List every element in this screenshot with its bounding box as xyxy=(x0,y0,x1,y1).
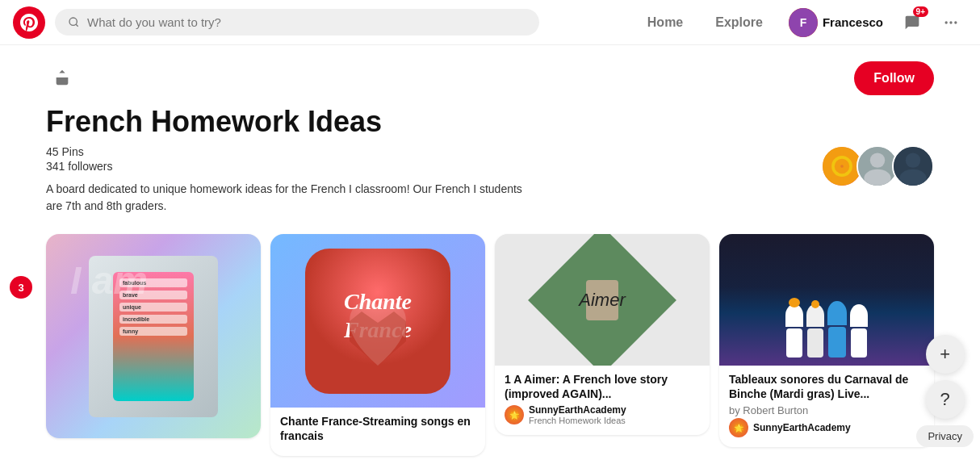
pin-card[interactable]: Chante France Chante France-Streaming so… xyxy=(270,234,485,456)
add-button[interactable]: + xyxy=(926,335,965,374)
pinterest-logo[interactable]: Pinterest xyxy=(13,6,45,39)
follow-button[interactable]: Follow xyxy=(854,61,934,95)
user-name: Francesco xyxy=(823,15,883,29)
pin-info: Tableaux sonores du Carnaval de Binche (… xyxy=(719,366,934,447)
right-panel: + ? Privacy xyxy=(910,322,980,460)
pins-section: fabulous brave unique incredible funny I xyxy=(46,228,934,456)
header: Pinterest Home Explore F Francesco 9+ xyxy=(0,0,980,45)
followers-avatars xyxy=(821,145,934,187)
pin-image: Chante France xyxy=(270,234,485,408)
pins-count: 45 Pins xyxy=(46,145,530,158)
pin-source-info: SunnyEarthAcademy French Homework Ideas xyxy=(529,404,626,425)
nav-links: Home Explore F Francesco 9+ xyxy=(634,5,967,40)
svg-point-21 xyxy=(906,153,920,167)
carnival-figure-2 xyxy=(806,304,824,358)
nav-user[interactable]: F Francesco xyxy=(782,5,890,40)
followers-count: 341 followers xyxy=(46,160,530,173)
pins-grid: fabulous brave unique incredible funny I xyxy=(46,234,934,456)
pin-info: 1 A Aimer: A French love story (improved… xyxy=(495,366,710,435)
more-options-button[interactable] xyxy=(935,6,967,39)
board-meta-section: 45 Pins 341 followers A board dedicated … xyxy=(46,145,530,215)
pin-title: 1 A Aimer: A French love story (improved… xyxy=(505,372,700,401)
follower-avatar-3[interactable] xyxy=(892,145,934,187)
search-icon xyxy=(68,16,81,29)
board-description: A board dedicated to unique homework ide… xyxy=(46,181,530,215)
board-actions: Follow xyxy=(46,61,934,95)
carnival-figure-4 xyxy=(850,304,868,358)
carnival-scene xyxy=(719,234,934,366)
pin-column-3: Aimer 1 A Aimer: A French love story (im… xyxy=(495,234,710,435)
pin-image xyxy=(719,234,934,366)
pin-title: Tableaux sonores du Carnaval de Binche (… xyxy=(729,372,924,401)
board-meta: 45 Pins 341 followers xyxy=(46,145,530,174)
avatar[interactable]: F xyxy=(789,8,818,37)
svg-text:F: F xyxy=(800,16,807,29)
share-button[interactable] xyxy=(46,61,78,94)
pin-column-2: Chante France Chante France-Streaming so… xyxy=(270,234,485,456)
pin-card[interactable]: Tableaux sonores du Carnaval de Binche (… xyxy=(719,234,934,447)
svg-point-16 xyxy=(840,165,844,168)
pin-card[interactable]: fabulous brave unique incredible funny I xyxy=(46,234,261,438)
svg-point-18 xyxy=(870,153,885,167)
carnival-figure-3 xyxy=(827,301,847,358)
pin-image: fabulous brave unique incredible funny I xyxy=(46,234,261,438)
pin-source-name: SunnyEarthAcademy xyxy=(529,404,626,416)
pin-source-avatar: 🌟 xyxy=(729,418,748,437)
svg-point-3 xyxy=(949,21,952,23)
svg-point-22 xyxy=(899,169,926,187)
pin-column-1: fabulous brave unique incredible funny I xyxy=(46,234,261,438)
logo[interactable]: Pinterest xyxy=(13,6,45,39)
left-badge: 3 xyxy=(10,276,32,299)
pin-source-info: SunnyEarthAcademy xyxy=(753,422,851,433)
chante-france-image: Chante France xyxy=(305,249,450,394)
pin-image: Aimer xyxy=(495,234,710,366)
pin-column-4: Tableaux sonores du Carnaval de Binche (… xyxy=(719,234,934,447)
pin-source-board: French Homework Ideas xyxy=(529,416,626,425)
pin-source-row: 🌟 SunnyEarthAcademy French Homework Idea… xyxy=(505,404,700,425)
board-title: French Homework Ideas xyxy=(46,105,934,139)
nav-explore[interactable]: Explore xyxy=(702,9,776,36)
pin-info: Chante France-Streaming songs en francai… xyxy=(270,408,485,456)
pin-card[interactable]: Aimer 1 A Aimer: A French love story (im… xyxy=(495,234,710,435)
pin-author: by Robert Burton xyxy=(729,404,924,416)
main-content: Follow French Homework Ideas 45 Pins 341… xyxy=(0,45,980,456)
nav-home[interactable]: Home xyxy=(634,9,696,36)
svg-point-4 xyxy=(954,21,957,23)
pin-title: Chante France-Streaming songs en francai… xyxy=(280,414,475,443)
pin-source-row: 🌟 SunnyEarthAcademy xyxy=(729,418,924,437)
help-button[interactable]: ? xyxy=(926,380,965,419)
pin-source-name: SunnyEarthAcademy xyxy=(753,422,851,433)
search-input[interactable] xyxy=(87,15,526,29)
privacy-button[interactable]: Privacy xyxy=(916,425,974,447)
svg-point-19 xyxy=(864,169,890,187)
notification-badge: 9+ xyxy=(913,6,928,17)
pin-source-avatar: 🌟 xyxy=(505,405,524,424)
board-header: Follow French Homework Ideas 45 Pins 341… xyxy=(46,45,934,228)
search-bar xyxy=(55,9,539,36)
svg-point-2 xyxy=(945,21,948,23)
board-info-row: 45 Pins 341 followers A board dedicated … xyxy=(46,145,934,215)
carnival-figure-1 xyxy=(785,304,803,358)
notifications-button[interactable]: 9+ xyxy=(896,6,928,39)
